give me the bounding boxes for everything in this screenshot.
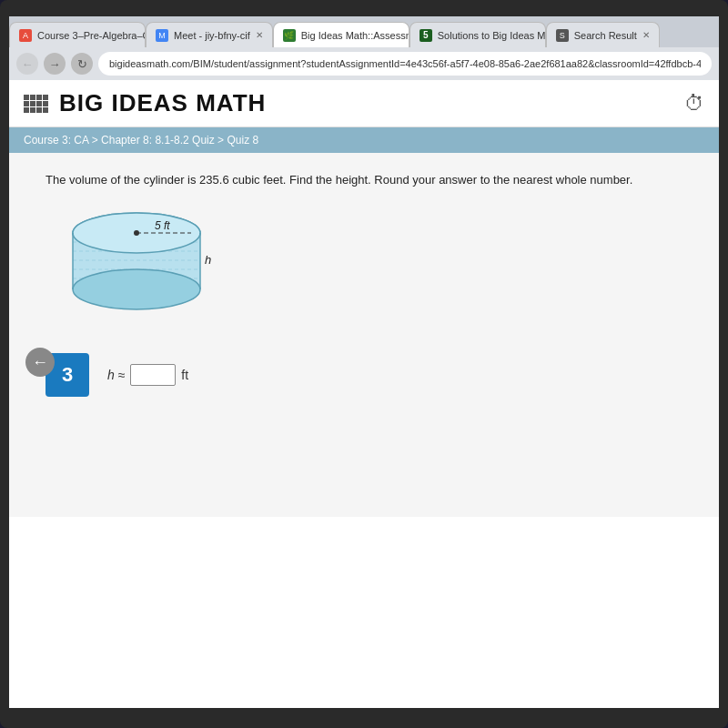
tab-favicon-course3: A <box>19 29 32 42</box>
grid-cell <box>36 107 42 113</box>
tab-label-meet: Meet - jiy-bfny-cif <box>174 30 250 41</box>
svg-text:h: h <box>205 253 211 267</box>
tab-course3[interactable]: A Course 3–Pre-Algebra–Coho ✕ <box>9 22 146 47</box>
grid-cell <box>43 101 48 106</box>
bim-logo-text: BIG IDEAS MATH <box>59 89 266 117</box>
tab-favicon-meet: M <box>156 29 168 42</box>
grid-cell <box>43 107 48 113</box>
address-input[interactable] <box>98 52 712 76</box>
answer-unit: ft <box>181 368 188 382</box>
timer-icon: ⏱ <box>684 92 704 116</box>
breadcrumb-text: Course 3: CA > Chapter 8: 8.1-8.2 Quiz >… <box>24 134 258 147</box>
diagram-container: 5 ft h <box>55 207 682 317</box>
tab-label-search: Search Result <box>574 30 637 41</box>
tab-search[interactable]: S Search Result ✕ <box>546 22 660 47</box>
tab-label-bigideas: Big Ideas Math::Assessment <box>301 30 410 41</box>
tab-solutions[interactable]: 5 Solutions to Big Ideas Math ✕ <box>410 22 546 47</box>
answer-section: 3 h ≈ ft <box>46 353 682 397</box>
answer-prefix: h ≈ <box>107 368 125 382</box>
address-bar-row: ← → ↻ <box>9 47 719 80</box>
answer-row: h ≈ ft <box>107 364 188 386</box>
tab-meet[interactable]: M Meet - jiy-bfny-cif ✕ <box>146 22 273 47</box>
svg-text:5 ft: 5 ft <box>155 219 170 232</box>
forward-button[interactable]: → <box>44 53 66 75</box>
laptop-bezel: A Course 3–Pre-Algebra–Coho ✕ M Meet - j… <box>0 0 728 728</box>
back-button[interactable]: ← <box>16 53 38 75</box>
grid-cell <box>30 101 35 106</box>
screen: A Course 3–Pre-Algebra–Coho ✕ M Meet - j… <box>9 16 719 708</box>
svg-point-7 <box>73 269 200 309</box>
grid-cell <box>30 107 35 113</box>
tab-favicon-solutions: 5 <box>420 29 432 42</box>
question-area: The volume of the cylinder is 235.6 cubi… <box>9 153 719 517</box>
grid-cell <box>24 107 29 113</box>
bim-grid-icon <box>24 95 48 113</box>
cylinder-diagram: 5 ft h <box>55 207 218 317</box>
refresh-button[interactable]: ↻ <box>71 53 93 75</box>
tab-bigideas[interactable]: 🌿 Big Ideas Math::Assessment ✕ <box>273 22 410 47</box>
bim-header: BIG IDEAS MATH ⏱ <box>9 80 719 127</box>
answer-input[interactable] <box>130 364 176 386</box>
tab-close-search[interactable]: ✕ <box>642 30 650 40</box>
page-content: BIG IDEAS MATH ⏱ Course 3: CA > Chapter … <box>9 80 719 708</box>
svg-point-10 <box>134 230 139 236</box>
grid-cell <box>24 95 29 100</box>
grid-cell <box>43 95 48 100</box>
breadcrumb: Course 3: CA > Chapter 8: 8.1-8.2 Quiz >… <box>9 127 719 153</box>
tab-close-meet[interactable]: ✕ <box>256 30 263 40</box>
grid-cell <box>36 95 42 100</box>
tab-bar: A Course 3–Pre-Algebra–Coho ✕ M Meet - j… <box>9 16 719 47</box>
grid-cell <box>30 95 35 100</box>
tab-favicon-search: S <box>556 29 569 42</box>
tab-favicon-bigideas: 🌿 <box>283 29 296 42</box>
tab-label-solutions: Solutions to Big Ideas Math <box>438 30 546 41</box>
grid-cell <box>36 101 42 106</box>
tab-label-course3: Course 3–Pre-Algebra–Coho <box>37 30 146 41</box>
grid-cell <box>24 101 29 106</box>
back-arrow-icon: ← <box>32 353 48 372</box>
question-text: The volume of the cylinder is 235.6 cubi… <box>46 171 682 189</box>
browser-chrome: A Course 3–Pre-Algebra–Coho ✕ M Meet - j… <box>9 16 719 80</box>
nav-arrow-left[interactable]: ← <box>25 348 55 377</box>
